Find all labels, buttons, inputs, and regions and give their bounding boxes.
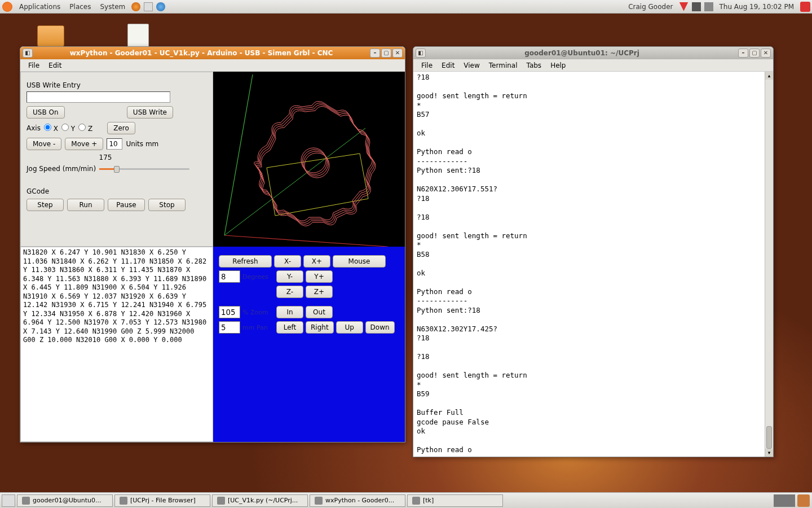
taskbar-task[interactable]: wxPython - Gooder0... [310, 494, 405, 507]
user-menu[interactable]: Craig Gooder [624, 3, 677, 11]
folder-icon [37, 25, 64, 48]
terminal-window: ◧ gooder01@Ubuntu01: ~/UCPrj – ▢ ✕ File … [413, 46, 774, 457]
network-icon[interactable] [692, 2, 701, 11]
jog-speed-label: Jog Speed (mm/min) [27, 165, 96, 173]
edit-menu[interactable]: Edit [44, 62, 66, 69]
minimize-button[interactable]: – [738, 49, 748, 58]
x-plus-button[interactable]: X+ [303, 255, 330, 268]
term-help-menu[interactable]: Help [546, 62, 570, 69]
file-menu[interactable]: File [24, 62, 44, 69]
pan-right-button[interactable]: Right [306, 321, 334, 334]
scroll-thumb[interactable] [766, 426, 772, 449]
term-tabs-menu[interactable]: Tabs [522, 62, 546, 69]
z-plus-button[interactable]: Z+ [306, 286, 333, 298]
stop-button[interactable]: Stop [148, 199, 186, 211]
volume-icon[interactable] [704, 2, 713, 11]
power-button[interactable] [800, 2, 810, 12]
viewport-3d[interactable] [213, 72, 405, 247]
y-minus-button[interactable]: Y- [276, 270, 303, 283]
move-minus-button[interactable]: Move - [27, 138, 61, 150]
term-terminal-menu[interactable]: Terminal [484, 62, 522, 69]
scroll-up-arrow[interactable]: ▴ [765, 72, 773, 80]
svg-line-0 [224, 235, 388, 247]
clock[interactable]: Thu Aug 19, 10:02 PM [715, 3, 799, 11]
workspace-switcher[interactable] [774, 494, 795, 507]
pause-button[interactable]: Pause [108, 199, 145, 211]
download-icon[interactable] [679, 2, 689, 11]
term-view-menu[interactable]: View [459, 62, 484, 69]
ubuntu-logo-icon[interactable] [2, 2, 12, 12]
maximize-button[interactable]: ▢ [381, 49, 391, 58]
x-minus-button[interactable]: X- [274, 255, 301, 268]
terminal-title: gooder01@Ubuntu01: ~/UCPrj [426, 49, 738, 57]
minimize-button[interactable]: – [370, 49, 380, 58]
terminal-content[interactable]: ?18 good! sent length = return * B57 ok … [413, 72, 773, 457]
terminal-scrollbar[interactable]: ▴ ▾ [765, 72, 773, 457]
mouse-button[interactable]: Mouse [333, 255, 386, 268]
usb-write-button[interactable]: USB Write [127, 106, 173, 119]
move-distance-input[interactable] [107, 138, 122, 150]
pan-up-button[interactable]: Up [336, 321, 363, 334]
cnc-titlebar[interactable]: ◧ wxPython - Gooder01 - UC_V1k.py - Ardu… [20, 47, 405, 59]
pan-input[interactable] [219, 321, 240, 334]
cnc-menubar: File Edit [20, 59, 405, 72]
y-plus-button[interactable]: Y+ [306, 270, 333, 283]
zero-button[interactable]: Zero [107, 122, 135, 134]
cnc-window-title: wxPython - Gooder01 - UC_V1k.py - Arduin… [33, 49, 370, 57]
degrees-input[interactable] [219, 270, 240, 283]
pan-label: mm Pan [242, 324, 274, 331]
step-button[interactable]: Step [27, 199, 64, 211]
task-icon [315, 497, 323, 505]
refresh-button[interactable]: Refresh [219, 255, 272, 268]
task-label: [UC_V1k.py (~/UCPrj... [228, 497, 298, 504]
taskbar-task[interactable]: [UCPrj - File Browser] [114, 494, 210, 507]
window-menu-icon[interactable]: ◧ [23, 49, 33, 58]
pan-left-button[interactable]: Left [276, 321, 303, 334]
taskbar-task[interactable]: [UC_V1k.py (~/UCPrj... [212, 494, 308, 507]
terminal-titlebar[interactable]: ◧ gooder01@Ubuntu01: ~/UCPrj – ▢ ✕ [413, 47, 773, 59]
axis-y-radio[interactable]: Y [61, 124, 75, 133]
mail-icon[interactable] [144, 2, 153, 11]
zoom-label: % Zoom [242, 309, 274, 316]
zoom-out-button[interactable]: Out [306, 306, 333, 318]
zoom-in-button[interactable]: In [276, 306, 303, 318]
jog-speed-value: 175 [27, 154, 184, 161]
gear-render-svg [213, 72, 405, 247]
axis-x-radio[interactable]: X [44, 124, 58, 133]
term-file-menu[interactable]: File [417, 62, 437, 69]
gcode-list[interactable]: N31820 X 6.247 Y 10.901 N31830 X 6.250 Y… [20, 247, 213, 442]
show-desktop-button[interactable] [2, 494, 15, 507]
task-label: gooder01@Ubuntu0... [33, 497, 101, 504]
term-edit-menu[interactable]: Edit [437, 62, 459, 69]
z-minus-button[interactable]: Z- [276, 286, 303, 298]
control-panel: USB Write Entry USB On USB Write Axis X … [20, 72, 213, 247]
maximize-button[interactable]: ▢ [749, 49, 760, 58]
top-panel: Applications Places System Craig Gooder … [0, 0, 812, 14]
view-control-panel: Refresh X- X+ Mouse Degrees Y- Y+ Z- Z+ … [213, 247, 405, 442]
bottom-panel: gooder01@Ubuntu0...[UCPrj - File Browser… [0, 492, 812, 508]
taskbar-task[interactable]: [tk] [407, 494, 503, 507]
taskbar-task[interactable]: gooder01@Ubuntu0... [17, 494, 113, 507]
close-button[interactable]: ✕ [392, 49, 403, 58]
jog-speed-slider[interactable] [99, 165, 189, 172]
task-label: [tk] [423, 497, 434, 504]
degrees-label: Degrees [242, 273, 274, 281]
close-button[interactable]: ✕ [761, 49, 771, 58]
trash-icon[interactable] [797, 494, 810, 507]
help-icon[interactable] [156, 2, 165, 11]
axis-z-radio[interactable]: Z [78, 124, 92, 133]
scroll-down-arrow[interactable]: ▾ [765, 449, 773, 457]
places-menu[interactable]: Places [65, 3, 95, 11]
applications-menu[interactable]: Applications [15, 3, 65, 11]
run-button[interactable]: Run [67, 199, 104, 211]
firefox-icon[interactable] [131, 2, 140, 11]
gcode-label: GCode [27, 187, 207, 195]
usb-entry-input[interactable] [27, 91, 170, 103]
usb-on-button[interactable]: USB On [27, 106, 65, 119]
move-plus-button[interactable]: Move + [65, 138, 103, 150]
terminal-menubar: File Edit View Terminal Tabs Help [413, 59, 773, 72]
window-menu-icon[interactable]: ◧ [416, 49, 426, 58]
system-menu[interactable]: System [95, 3, 130, 11]
pan-down-button[interactable]: Down [365, 321, 395, 334]
zoom-input[interactable] [219, 306, 240, 318]
